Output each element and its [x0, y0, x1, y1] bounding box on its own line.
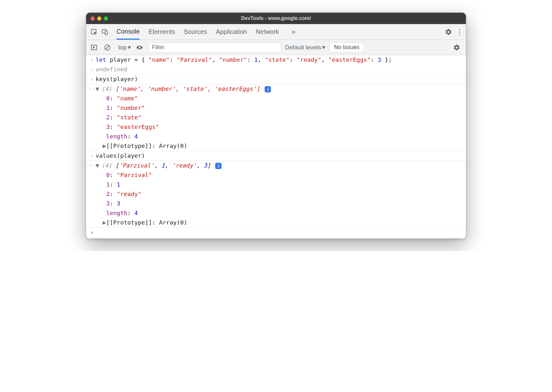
input-prompt-icon: › — [89, 55, 96, 65]
dropdown-icon: ▾ — [128, 44, 131, 51]
array-summary[interactable]: ▼(4) ['Parzival', 1, 'ready', 3] i — [96, 161, 463, 170]
tab-elements[interactable]: Elements — [148, 24, 175, 40]
console-input-row[interactable]: › values(player) — [86, 151, 466, 161]
array-length: length: 4 — [86, 208, 466, 218]
titlebar: DevTools - www.google.com/ — [86, 13, 466, 24]
maximize-button[interactable] — [104, 16, 108, 21]
array-item: 2: "state" — [86, 113, 466, 122]
console-input-row[interactable]: › keys(player) — [86, 74, 466, 84]
tab-application[interactable]: Application — [216, 24, 247, 40]
console-output-row: ‹· ▼(4) ['Parzival', 1, 'ready', 3] i — [86, 161, 466, 170]
filter-input[interactable] — [148, 42, 281, 53]
window-title: DevTools - www.google.com/ — [86, 16, 466, 21]
tab-sources[interactable]: Sources — [184, 24, 207, 40]
array-item: 3: "easterEggs" — [86, 122, 466, 132]
console-input-text[interactable] — [96, 228, 463, 238]
array-item: 3: 3 — [86, 199, 466, 208]
more-menu-icon[interactable]: ⋮ — [456, 28, 463, 36]
svg-rect-0 — [91, 29, 96, 34]
console-output-row: ‹· ▼(4) ['name', 'number', 'state', 'eas… — [86, 84, 466, 94]
log-levels-selector[interactable]: Default levels ▾ — [285, 44, 325, 51]
array-length: length: 4 — [86, 132, 466, 141]
input-prompt-icon: › — [89, 74, 96, 84]
panel-tabs: Console Elements Sources Application Net… — [116, 24, 444, 40]
console-input-text: keys(player) — [96, 74, 463, 84]
svg-line-5 — [106, 46, 109, 49]
console-input-text: values(player) — [96, 151, 463, 161]
expand-toggle-icon[interactable]: ▼ — [96, 161, 101, 170]
array-item: 2: "ready" — [86, 189, 466, 199]
output-prompt-icon: ‹· — [89, 161, 96, 170]
console-input-row[interactable]: › let player = { "name": "Parzival", "nu… — [86, 55, 466, 65]
close-button[interactable] — [91, 16, 95, 21]
output-prompt-icon: ‹· — [89, 84, 96, 94]
clear-console-icon[interactable] — [103, 43, 112, 52]
array-item: 0: "name" — [86, 94, 466, 103]
array-item: 1: 1 — [86, 180, 466, 189]
info-icon[interactable]: i — [265, 86, 271, 92]
svg-rect-2 — [105, 31, 107, 35]
input-prompt-icon: › — [89, 228, 96, 238]
levels-label: Default levels — [285, 44, 321, 51]
device-toggle-icon[interactable] — [100, 27, 110, 37]
input-prompt-icon: › — [89, 151, 96, 161]
expand-toggle-icon[interactable]: ▶ — [103, 219, 106, 226]
array-prototype[interactable]: ▶[[Prototype]]: Array(0) — [86, 218, 466, 228]
minimize-button[interactable] — [97, 16, 101, 21]
inspect-icon[interactable] — [89, 27, 99, 37]
console-output-row: ‹ undefined — [86, 65, 466, 74]
settings-gear-icon[interactable] — [445, 28, 455, 35]
dropdown-icon: ▾ — [322, 44, 325, 51]
more-tabs-button[interactable]: » — [292, 28, 295, 36]
issues-button[interactable]: No Issues — [329, 42, 364, 53]
console-active-prompt[interactable]: › — [86, 228, 466, 238]
live-expression-icon[interactable] — [135, 43, 144, 52]
window-controls — [91, 16, 108, 21]
array-prototype[interactable]: ▶[[Prototype]]: Array(0) — [86, 141, 466, 151]
tabbar: Console Elements Sources Application Net… — [86, 24, 466, 40]
console-input-text: let player = { "name": "Parzival", "numb… — [96, 55, 463, 65]
output-prompt-icon: ‹ — [89, 65, 96, 74]
output-value: undefined — [96, 65, 463, 74]
tab-console[interactable]: Console — [116, 24, 140, 40]
array-summary[interactable]: ▼(4) ['name', 'number', 'state', 'easter… — [96, 84, 463, 94]
sidebar-toggle-icon[interactable] — [89, 43, 99, 52]
console-toolbar: top ▾ Default levels ▾ No Issues — [86, 40, 466, 55]
expand-toggle-icon[interactable]: ▶ — [103, 142, 106, 149]
array-item: 0: "Parzival" — [86, 170, 466, 180]
tab-network[interactable]: Network — [256, 24, 279, 40]
context-label: top — [118, 44, 127, 51]
expand-toggle-icon[interactable]: ▼ — [96, 84, 101, 94]
devtools-window: DevTools - www.google.com/ Console Eleme… — [86, 13, 466, 238]
console-output: › let player = { "name": "Parzival", "nu… — [86, 55, 466, 238]
array-item: 1: "number" — [86, 103, 466, 113]
console-settings-gear-icon[interactable] — [453, 44, 463, 51]
context-selector[interactable]: top ▾ — [118, 44, 131, 51]
info-icon[interactable]: i — [215, 163, 222, 169]
